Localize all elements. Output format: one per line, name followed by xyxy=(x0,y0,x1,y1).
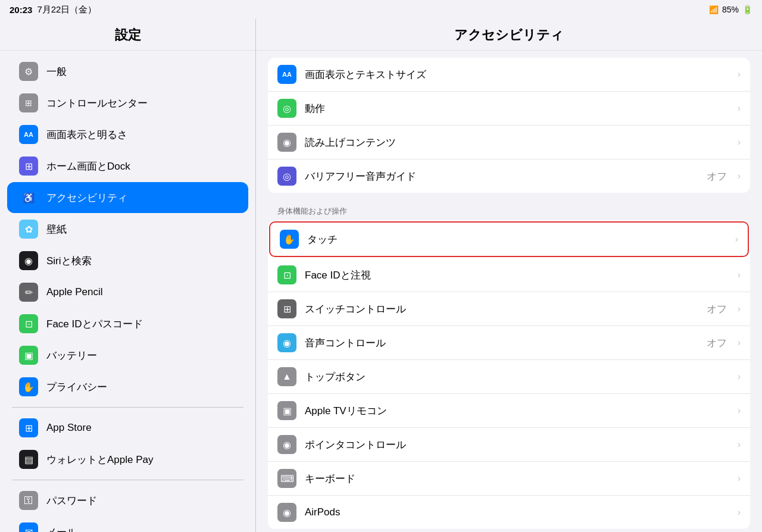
sidebar-item-display[interactable]: AA 画面表示と明るさ xyxy=(7,119,248,150)
motor-section-header: 身体機能および操作 xyxy=(268,198,750,220)
password-icon: ⚿ xyxy=(19,491,38,510)
motor-list-group: ✋ タッチ › ⊡ Face IDと注視 › ⊞ スイッチコントロール オフ ›… xyxy=(268,220,750,529)
sidebar-item-faceid[interactable]: ⊡ Face IDとパスコード xyxy=(7,308,248,339)
row-display-text[interactable]: AA 画面表示とテキストサイズ › xyxy=(268,58,750,92)
keyboard-label: キーボード xyxy=(305,472,729,486)
siri-icon: ◉ xyxy=(19,251,38,270)
control-center-icon: ⊞ xyxy=(19,93,38,112)
top-button-icon: ▲ xyxy=(277,367,296,386)
keyboard-icon: ⌨ xyxy=(277,469,296,488)
audio-desc-value: オフ xyxy=(707,170,727,183)
sidebar-label-accessibility: アクセシビリティ xyxy=(46,191,127,205)
touch-icon: ✋ xyxy=(280,230,299,249)
pointer-control-chevron: › xyxy=(738,439,741,450)
sidebar-item-accessibility[interactable]: ♿ アクセシビリティ xyxy=(7,182,248,213)
sidebar-label-appstore: App Store xyxy=(46,422,92,434)
motion-chevron: › xyxy=(738,103,741,114)
sidebar-label-mail: メール xyxy=(46,525,77,533)
sidebar-item-mail[interactable]: ✉ メール xyxy=(7,517,248,532)
row-pointer-control[interactable]: ◉ ポインタコントロール › xyxy=(268,428,750,462)
sidebar-item-siri[interactable]: ◉ Siriと検索 xyxy=(7,245,248,276)
sidebar-label-display: 画面表示と明るさ xyxy=(46,128,127,142)
top-button-label: トップボタン xyxy=(305,370,729,384)
row-apple-tv-remote[interactable]: ▣ Apple TVリモコン › xyxy=(268,394,750,428)
sidebar-item-wallpaper[interactable]: ✿ 壁紙 xyxy=(7,214,248,245)
faceid-gaze-icon: ⊡ xyxy=(277,265,296,284)
sidebar-item-control-center[interactable]: ⊞ コントロールセンター xyxy=(7,87,248,118)
row-voice-control[interactable]: ◉ 音声コントロール オフ › xyxy=(268,326,750,360)
display-icon: AA xyxy=(19,125,38,144)
sidebar-label-home-screen: ホーム画面とDock xyxy=(46,159,130,173)
status-time: 20:23 xyxy=(10,5,32,15)
right-content: AA 画面表示とテキストサイズ › ◎ 動作 › ◉ 読み上げコンテンツ › ◎… xyxy=(256,51,762,532)
row-switch-control[interactable]: ⊞ スイッチコントロール オフ › xyxy=(268,292,750,326)
sidebar-label-password: パスワード xyxy=(46,494,97,508)
sidebar-group-2: ⊞ App Store ▤ ウォレットとApple Pay xyxy=(0,412,255,475)
home-screen-icon: ⊞ xyxy=(19,157,38,176)
sidebar-content: ⚙ 一般 ⊞ コントロールセンター AA 画面表示と明るさ ⊞ ホーム画面とDo… xyxy=(0,51,255,532)
row-keyboard[interactable]: ⌨ キーボード › xyxy=(268,462,750,496)
apple-tv-chevron: › xyxy=(738,405,741,416)
display-text-label: 画面表示とテキストサイズ xyxy=(305,68,729,82)
sidebar-label-general: 一般 xyxy=(46,65,67,79)
general-icon: ⚙ xyxy=(19,62,38,81)
sidebar-label-apple-pencil: Apple Pencil xyxy=(46,286,103,298)
sidebar-title: 設定 xyxy=(12,26,243,44)
sidebar-label-wallpaper: 壁紙 xyxy=(46,223,67,236)
appstore-icon: ⊞ xyxy=(19,418,38,437)
row-faceid-gaze[interactable]: ⊡ Face IDと注視 › xyxy=(268,258,750,292)
sidebar-group-1: ⚙ 一般 ⊞ コントロールセンター AA 画面表示と明るさ ⊞ ホーム画面とDo… xyxy=(0,56,255,402)
sidebar-header: 設定 xyxy=(0,19,255,51)
battery-percent: 85% xyxy=(722,5,739,14)
wifi-icon: 📶 xyxy=(709,5,719,14)
sidebar-separator-1 xyxy=(12,407,243,408)
sidebar-label-control-center: コントロールセンター xyxy=(46,96,148,110)
voice-control-label: 音声コントロール xyxy=(305,336,698,350)
row-touch[interactable]: ✋ タッチ › xyxy=(269,221,749,257)
pointer-control-label: ポインタコントロール xyxy=(305,438,729,452)
row-spoken-content[interactable]: ◉ 読み上げコンテンツ › xyxy=(268,126,750,159)
privacy-icon: ✋ xyxy=(19,377,38,396)
voice-control-chevron: › xyxy=(738,337,741,348)
touch-chevron: › xyxy=(735,234,738,245)
sidebar-item-privacy[interactable]: ✋ プライバシー xyxy=(7,371,248,402)
wallpaper-icon: ✿ xyxy=(19,220,38,239)
wallet-icon: ▤ xyxy=(19,450,38,469)
switch-control-label: スイッチコントロール xyxy=(305,302,698,316)
airpods-icon: ◉ xyxy=(277,503,296,522)
status-date: 7月22日（金） xyxy=(37,4,96,15)
apple-tv-icon: ▣ xyxy=(277,401,296,420)
sidebar-item-general[interactable]: ⚙ 一般 xyxy=(7,56,248,87)
sidebar-item-password[interactable]: ⚿ パスワード xyxy=(7,485,248,516)
sidebar-item-battery[interactable]: ▣ バッテリー xyxy=(7,340,248,371)
display-text-chevron: › xyxy=(738,69,741,80)
battery-icon: 🔋 xyxy=(742,5,752,14)
switch-control-icon: ⊞ xyxy=(277,299,296,318)
faceid-gaze-chevron: › xyxy=(738,270,741,280)
sidebar-item-wallet[interactable]: ▤ ウォレットとApple Pay xyxy=(7,444,248,475)
sidebar-label-wallet: ウォレットとApple Pay xyxy=(46,453,154,467)
faceid-gaze-label: Face IDと注視 xyxy=(305,268,729,282)
row-top-button[interactable]: ▲ トップボタン › xyxy=(268,360,750,394)
keyboard-chevron: › xyxy=(738,473,741,484)
apple-tv-label: Apple TVリモコン xyxy=(305,404,729,418)
top-button-chevron: › xyxy=(738,371,741,382)
row-airpods[interactable]: ◉ AirPods › xyxy=(268,496,750,529)
sidebar-item-appstore[interactable]: ⊞ App Store xyxy=(7,412,248,443)
audio-desc-icon: ◎ xyxy=(277,167,296,186)
switch-control-value: オフ xyxy=(707,302,727,316)
pointer-control-icon: ◉ xyxy=(277,435,296,454)
right-header: アクセシビリティ xyxy=(256,19,762,51)
right-title: アクセシビリティ xyxy=(274,26,744,44)
audio-desc-chevron: › xyxy=(738,171,741,181)
row-motion[interactable]: ◎ 動作 › xyxy=(268,92,750,126)
sidebar-item-apple-pencil[interactable]: ✏ Apple Pencil xyxy=(7,277,248,308)
airpods-label: AirPods xyxy=(305,506,729,518)
display-text-icon: AA xyxy=(277,65,296,84)
sidebar-item-home-screen[interactable]: ⊞ ホーム画面とDock xyxy=(7,151,248,181)
sidebar-label-battery: バッテリー xyxy=(46,349,97,362)
motion-label: 動作 xyxy=(305,102,729,115)
sidebar-separator-2 xyxy=(12,480,243,480)
row-audio-desc[interactable]: ◎ バリアフリー音声ガイド オフ › xyxy=(268,159,750,193)
status-bar: 20:23 7月22日（金） 📶 85% 🔋 xyxy=(0,0,762,19)
